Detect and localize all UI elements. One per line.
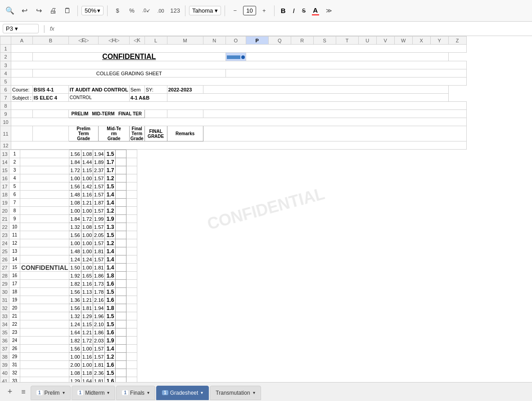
prelim-13[interactable]: 1.56 — [69, 150, 81, 158]
remarks-23[interactable] — [116, 231, 126, 239]
remarks-30[interactable] — [116, 288, 126, 296]
strikethrough-button[interactable]: S̶ — [299, 5, 308, 16]
remarks-18[interactable] — [116, 191, 126, 199]
col-header-U[interactable]: U — [358, 36, 376, 45]
midterm-29[interactable]: 1.16 — [81, 280, 93, 288]
final-13[interactable]: 1.94 — [93, 150, 105, 158]
remarks-40[interactable] — [116, 369, 126, 377]
finalgrade-21[interactable]: 1.9 — [105, 215, 116, 223]
tab-gradesheet-dropdown[interactable]: ▾ — [201, 390, 203, 395]
prelim-40[interactable]: 1.08 — [69, 369, 81, 377]
remarks-33[interactable] — [116, 312, 126, 320]
col-header-Y[interactable]: Y — [430, 36, 448, 45]
midterm-28[interactable]: 1.65 — [81, 272, 93, 280]
col-header-T[interactable]: T — [336, 36, 358, 45]
finalgrade-39[interactable]: 1.6 — [105, 361, 116, 369]
prelim-35[interactable]: 1.64 — [69, 328, 81, 337]
midterm-41[interactable]: 1.64 — [81, 377, 93, 383]
formula-input[interactable] — [57, 25, 529, 32]
midterm-33[interactable]: 1.29 — [81, 312, 93, 320]
remarks-31[interactable] — [116, 296, 126, 304]
finalgrade-28[interactable]: 1.8 — [105, 272, 116, 280]
copy-format-icon[interactable]: 🗒 — [61, 5, 74, 17]
remarks-13[interactable] — [116, 150, 126, 158]
col-header-X[interactable]: X — [412, 36, 430, 45]
remarks-15[interactable] — [116, 166, 126, 174]
finalgrade-18[interactable]: 1.4 — [105, 191, 116, 199]
prelim-27[interactable]: 1.50 — [69, 264, 81, 272]
col-header-H[interactable]: ◁H▷ — [99, 36, 129, 45]
prelim-18[interactable]: 1.48 — [69, 191, 81, 199]
midterm-16[interactable]: 1.00 — [81, 174, 93, 182]
midterm-14[interactable]: 1.44 — [81, 158, 93, 166]
prelim-36[interactable]: 1.82 — [69, 337, 81, 345]
midterm-25[interactable]: 1.00 — [81, 247, 93, 255]
finalgrade-14[interactable]: 1.7 — [105, 158, 116, 166]
font-size-increase-btn[interactable]: + — [258, 5, 271, 17]
finalgrade-30[interactable]: 1.5 — [105, 288, 116, 296]
remarks-17[interactable] — [116, 182, 126, 191]
finalgrade-15[interactable]: 1.7 — [105, 166, 116, 174]
final-33[interactable]: 1.96 — [93, 312, 105, 320]
zoom-dropdown-icon[interactable]: ▾ — [97, 7, 100, 14]
finalgrade-23[interactable]: 1.5 — [105, 231, 116, 239]
col-header-N[interactable]: N — [203, 36, 225, 45]
midterm-24[interactable]: 1.00 — [81, 239, 93, 247]
font-dropdown-icon[interactable]: ▾ — [215, 7, 218, 14]
col-header-E[interactable]: ◁E▷ — [68, 36, 99, 45]
remarks-26[interactable] — [116, 255, 126, 264]
final-29[interactable]: 1.73 — [93, 280, 105, 288]
number-format-btn[interactable]: 123 — [169, 5, 181, 17]
italic-button[interactable]: I — [290, 5, 298, 16]
midterm-39[interactable]: 1.00 — [81, 361, 93, 369]
final-22[interactable]: 1.57 — [93, 223, 105, 231]
midterm-18[interactable]: 1.16 — [81, 191, 93, 199]
final-41[interactable]: 1.81 — [93, 377, 105, 383]
prelim-21[interactable]: 1.84 — [69, 215, 81, 223]
sheet-menu-button[interactable]: ≡ — [17, 386, 30, 398]
col-header-M[interactable]: M — [167, 36, 203, 45]
remarks-20[interactable] — [116, 207, 126, 215]
finalgrade-22[interactable]: 1.3 — [105, 223, 116, 231]
remarks-39[interactable] — [116, 361, 126, 369]
prelim-23[interactable]: 1.56 — [69, 231, 81, 239]
final-32[interactable]: 1.94 — [93, 304, 105, 312]
remarks-28[interactable] — [116, 272, 126, 280]
final-20[interactable]: 1.57 — [93, 207, 105, 215]
zoom-control[interactable]: 50% ▾ — [81, 6, 104, 15]
tab-transmutation-dropdown[interactable]: ▾ — [253, 390, 255, 395]
prelim-14[interactable]: 1.84 — [69, 158, 81, 166]
tab-finals[interactable]: 1 Finals ▾ — [116, 386, 155, 400]
finalgrade-34[interactable]: 1.5 — [105, 320, 116, 328]
finalgrade-17[interactable]: 1.5 — [105, 182, 116, 191]
final-28[interactable]: 1.86 — [93, 272, 105, 280]
redo-icon[interactable]: ↪ — [32, 5, 45, 17]
midterm-21[interactable]: 1.72 — [81, 215, 93, 223]
col-header-A[interactable]: A — [11, 36, 33, 45]
finalgrade-35[interactable]: 1.6 — [105, 328, 116, 337]
midterm-22[interactable]: 1.08 — [81, 223, 93, 231]
midterm-26[interactable]: 1.24 — [81, 255, 93, 264]
tab-gradesheet[interactable]: 1 Gradesheet ▾ — [156, 386, 209, 400]
final-30[interactable]: 1.78 — [93, 288, 105, 296]
decimal-increase-btn[interactable]: .00 — [154, 5, 167, 17]
remarks-34[interactable] — [116, 320, 126, 328]
remarks-24[interactable] — [116, 239, 126, 247]
prelim-24[interactable]: 1.00 — [69, 239, 81, 247]
col-header-P[interactable]: P — [246, 36, 268, 45]
font-selector[interactable]: Tahoma ▾ — [189, 6, 221, 15]
prelim-26[interactable]: 1.24 — [69, 255, 81, 264]
midterm-32[interactable]: 1.81 — [81, 304, 93, 312]
midterm-27[interactable]: 1.00 — [81, 264, 93, 272]
tab-midterm-dropdown[interactable]: ▾ — [107, 390, 109, 395]
prelim-41[interactable]: 1.29 — [69, 377, 81, 383]
percent-btn[interactable]: % — [126, 5, 138, 17]
prelim-33[interactable]: 1.32 — [69, 312, 81, 320]
midterm-36[interactable]: 1.72 — [81, 337, 93, 345]
final-27[interactable]: 1.81 — [93, 264, 105, 272]
decimal-decrease-btn[interactable]: .0↙ — [140, 5, 153, 17]
grid-wrapper[interactable]: A B ◁E▷ ◁H▷ ◁K L M N O P Q R S T — [0, 36, 532, 382]
finalgrade-19[interactable]: 1.4 — [105, 199, 116, 207]
prelim-20[interactable]: 1.00 — [69, 207, 81, 215]
tab-prelim-dropdown[interactable]: ▾ — [63, 390, 65, 395]
